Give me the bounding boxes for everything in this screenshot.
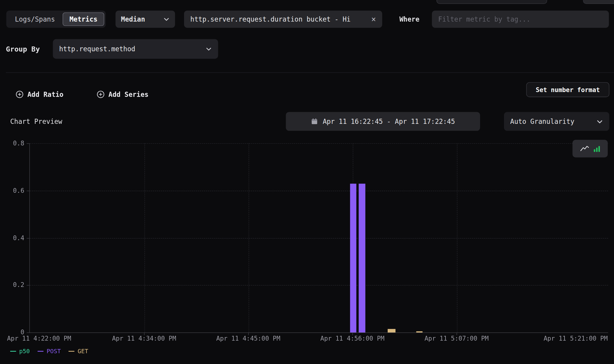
y-tick-label: 0.4 — [5, 234, 24, 242]
group-by-select[interactable]: http.request.method — [53, 39, 218, 59]
x-tick-mark — [457, 333, 457, 335]
partial-topbar-control[interactable] — [583, 0, 614, 4]
x-tick-mark — [144, 333, 145, 335]
chevron-down-icon — [596, 118, 603, 125]
bar-chart-icon — [593, 145, 600, 152]
y-tick-mark — [27, 333, 29, 333]
query-builder-panel: Logs/Spans Metrics Median http.server.re… — [0, 0, 614, 364]
chevron-down-icon — [206, 46, 212, 52]
partial-topbar-input[interactable] — [437, 0, 547, 4]
y-tick-mark — [27, 238, 29, 238]
y-tick-mark — [27, 143, 29, 144]
y-tick-label: 0.6 — [5, 187, 24, 195]
y-tick-mark — [27, 191, 29, 191]
add-ratio-button[interactable]: Add Ratio — [16, 89, 64, 100]
legend-dash — [69, 351, 75, 352]
bar-GET — [416, 331, 422, 333]
gridline-vertical — [457, 143, 457, 333]
add-ratio-label: Add Ratio — [27, 91, 63, 98]
chart-preview-title: Chart Preview — [10, 112, 62, 131]
group-by-value: http.request.method — [59, 45, 135, 53]
x-tick-label: Apr 11 4:34:00 PM — [112, 335, 176, 342]
legend-label: p50 — [19, 348, 30, 355]
legend-item-POST[interactable]: POST — [38, 348, 61, 355]
tab-logs-spans[interactable]: Logs/Spans — [8, 15, 62, 23]
add-series-button[interactable]: Add Series — [97, 89, 149, 100]
x-tick-mark — [353, 333, 353, 335]
y-tick-label: 0.2 — [5, 281, 24, 289]
line-chart-icon — [580, 145, 589, 152]
x-tick-label: Apr 11 5:07:00 PM — [425, 335, 489, 342]
legend-label: GET — [78, 348, 88, 355]
granularity-select[interactable]: Auto Granularity — [504, 112, 609, 131]
y-tick-label: 0.8 — [5, 139, 24, 147]
metric-selector-pill[interactable]: http.server.request.duration_bucket - Hi… — [184, 10, 382, 28]
source-type-toggle: Logs/Spans Metrics — [6, 10, 106, 28]
calendar-icon — [311, 118, 318, 125]
aggregation-value: Median — [121, 15, 145, 23]
x-tick-label: Apr 11 4:56:00 PM — [320, 335, 385, 342]
bar-GET — [388, 329, 395, 333]
time-range-value: Apr 11 16:22:45 - Apr 11 17:22:45 — [323, 118, 455, 125]
legend-item-GET[interactable]: GET — [69, 348, 88, 355]
chevron-down-icon — [163, 16, 170, 22]
gridline-vertical — [249, 143, 249, 333]
granularity-value: Auto Granularity — [510, 118, 574, 125]
time-range-picker[interactable]: Apr 11 16:22:45 - Apr 11 17:22:45 — [286, 112, 480, 131]
legend-item-p50[interactable]: p50 — [10, 348, 30, 355]
legend-label: POST — [47, 348, 61, 355]
tab-metrics[interactable]: Metrics — [63, 13, 104, 26]
x-tick-label: Apr 11 4:22:00 PM — [7, 335, 71, 342]
x-tick-mark — [248, 333, 249, 335]
gridline-horizontal — [30, 285, 608, 285]
bar-POST — [350, 183, 356, 333]
set-number-format-button[interactable]: Set number format — [526, 82, 609, 97]
circle-plus-icon — [97, 91, 105, 98]
bar-chart-toggle-button[interactable] — [593, 145, 600, 152]
legend-dash — [10, 351, 16, 352]
x-tick-label: Apr 11 4:45:00 PM — [216, 335, 280, 342]
where-label: Where — [399, 10, 419, 28]
chart-legend: p50POSTGET — [10, 348, 88, 355]
aggregation-select[interactable]: Median — [115, 10, 175, 28]
gridline-horizontal — [30, 191, 608, 191]
gridline-horizontal — [30, 238, 608, 238]
section-divider — [6, 73, 614, 73]
bar-POST — [359, 183, 365, 333]
gridline-horizontal — [30, 143, 608, 144]
circle-plus-icon — [16, 91, 23, 98]
group-by-label: Group By — [6, 39, 40, 59]
metric-name: http.server.request.duration_bucket - Hi — [190, 15, 351, 23]
plot-area[interactable] — [29, 143, 608, 333]
line-chart-toggle-button[interactable] — [580, 145, 589, 152]
x-tick-label: Apr 11 5:21:00 PM — [544, 335, 608, 342]
gridline-vertical — [145, 143, 145, 333]
close-icon[interactable]: × — [371, 15, 376, 23]
chart-type-toggle — [573, 140, 608, 157]
legend-dash — [38, 351, 44, 352]
add-series-label: Add Series — [109, 91, 149, 98]
filter-tag-input[interactable] — [432, 10, 609, 28]
y-tick-mark — [27, 285, 29, 285]
